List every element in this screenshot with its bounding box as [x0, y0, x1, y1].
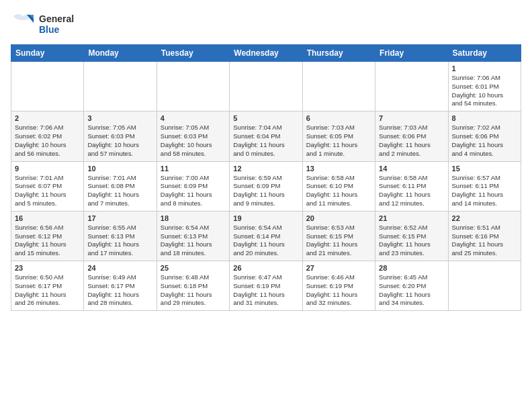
day-number: 1: [452, 64, 517, 73]
calendar-cell: 19Sunrise: 6:54 AM Sunset: 6:14 PM Dayli…: [230, 211, 302, 261]
day-info: Sunrise: 6:52 AM Sunset: 6:15 PM Dayligh…: [379, 224, 444, 258]
day-info: Sunrise: 6:54 AM Sunset: 6:14 PM Dayligh…: [233, 224, 298, 258]
calendar-cell: [448, 261, 521, 311]
day-info: Sunrise: 7:05 AM Sunset: 6:03 PM Dayligh…: [161, 124, 226, 158]
day-number: 4: [161, 114, 226, 122]
calendar-cell: 6Sunrise: 7:03 AM Sunset: 6:05 PM Daylig…: [302, 111, 375, 161]
day-info: Sunrise: 7:06 AM Sunset: 6:01 PM Dayligh…: [452, 74, 517, 108]
day-number: 6: [306, 114, 371, 122]
day-info: Sunrise: 6:57 AM Sunset: 6:11 PM Dayligh…: [452, 174, 517, 208]
calendar-cell: 2Sunrise: 7:06 AM Sunset: 6:02 PM Daylig…: [11, 111, 84, 161]
day-number: 7: [379, 114, 444, 122]
page: General Blue SundayMondayTuesdayWednesda…: [0, 0, 532, 318]
svg-rect-0: [11, 11, 35, 35]
calendar-cell: 17Sunrise: 6:55 AM Sunset: 6:13 PM Dayli…: [84, 211, 157, 261]
header-day-wednesday: Wednesday: [230, 45, 302, 62]
day-info: Sunrise: 6:58 AM Sunset: 6:11 PM Dayligh…: [379, 174, 444, 208]
calendar-table: SundayMondayTuesdayWednesdayThursdayFrid…: [11, 44, 521, 311]
calendar-cell: 13Sunrise: 6:58 AM Sunset: 6:10 PM Dayli…: [302, 161, 375, 211]
calendar-cell: [230, 62, 302, 111]
day-info: Sunrise: 7:01 AM Sunset: 6:08 PM Dayligh…: [87, 174, 152, 208]
day-info: Sunrise: 7:02 AM Sunset: 6:06 PM Dayligh…: [452, 124, 517, 158]
day-number: 21: [379, 214, 444, 222]
calendar-cell: 5Sunrise: 7:04 AM Sunset: 6:04 PM Daylig…: [230, 111, 302, 161]
header-day-tuesday: Tuesday: [157, 45, 229, 62]
day-info: Sunrise: 6:56 AM Sunset: 6:12 PM Dayligh…: [15, 224, 80, 258]
day-number: 15: [452, 165, 517, 173]
calendar-cell: 3Sunrise: 7:05 AM Sunset: 6:03 PM Daylig…: [84, 111, 157, 161]
day-number: 22: [452, 214, 517, 222]
calendar-cell: 7Sunrise: 7:03 AM Sunset: 6:06 PM Daylig…: [375, 111, 448, 161]
header-day-sunday: Sunday: [11, 45, 84, 62]
calendar-cell: 10Sunrise: 7:01 AM Sunset: 6:08 PM Dayli…: [84, 161, 157, 211]
calendar-cell: 9Sunrise: 7:01 AM Sunset: 6:07 PM Daylig…: [11, 161, 84, 211]
calendar-cell: [11, 62, 84, 111]
day-number: 26: [233, 264, 298, 272]
calendar-header: SundayMondayTuesdayWednesdayThursdayFrid…: [11, 45, 521, 62]
calendar-cell: 1Sunrise: 7:06 AM Sunset: 6:01 PM Daylig…: [448, 62, 521, 111]
calendar-cell: 27Sunrise: 6:46 AM Sunset: 6:19 PM Dayli…: [302, 261, 375, 311]
day-info: Sunrise: 7:03 AM Sunset: 6:06 PM Dayligh…: [379, 124, 444, 158]
day-info: Sunrise: 7:06 AM Sunset: 6:02 PM Dayligh…: [15, 124, 80, 158]
day-info: Sunrise: 6:55 AM Sunset: 6:13 PM Dayligh…: [87, 224, 152, 258]
week-row-2: 2Sunrise: 7:06 AM Sunset: 6:02 PM Daylig…: [11, 111, 521, 161]
header: General Blue: [11, 11, 521, 38]
day-number: 18: [161, 214, 226, 222]
day-number: 11: [161, 165, 226, 173]
header-day-monday: Monday: [84, 45, 157, 62]
day-number: 20: [306, 214, 371, 222]
calendar-cell: [157, 62, 229, 111]
calendar-cell: 14Sunrise: 6:58 AM Sunset: 6:11 PM Dayli…: [375, 161, 448, 211]
day-info: Sunrise: 6:59 AM Sunset: 6:09 PM Dayligh…: [233, 174, 298, 208]
week-row-4: 16Sunrise: 6:56 AM Sunset: 6:12 PM Dayli…: [11, 211, 521, 261]
calendar-cell: 18Sunrise: 6:54 AM Sunset: 6:13 PM Dayli…: [157, 211, 229, 261]
day-number: 12: [233, 165, 298, 173]
week-row-5: 23Sunrise: 6:50 AM Sunset: 6:17 PM Dayli…: [11, 261, 521, 311]
day-number: 16: [15, 214, 80, 222]
day-info: Sunrise: 6:54 AM Sunset: 6:13 PM Dayligh…: [161, 224, 226, 258]
calendar-body: 1Sunrise: 7:06 AM Sunset: 6:01 PM Daylig…: [11, 62, 521, 311]
header-day-saturday: Saturday: [448, 45, 521, 62]
calendar-cell: [84, 62, 157, 111]
calendar-cell: 28Sunrise: 6:45 AM Sunset: 6:20 PM Dayli…: [375, 261, 448, 311]
week-row-1: 1Sunrise: 7:06 AM Sunset: 6:01 PM Daylig…: [11, 62, 521, 111]
calendar-cell: 8Sunrise: 7:02 AM Sunset: 6:06 PM Daylig…: [448, 111, 521, 161]
day-number: 28: [379, 264, 444, 272]
calendar-cell: [375, 62, 448, 111]
day-info: Sunrise: 6:46 AM Sunset: 6:19 PM Dayligh…: [306, 273, 371, 308]
header-row: SundayMondayTuesdayWednesdayThursdayFrid…: [11, 45, 521, 62]
day-info: Sunrise: 6:49 AM Sunset: 6:17 PM Dayligh…: [87, 273, 152, 308]
logo-svg: [11, 11, 35, 38]
day-number: 10: [87, 165, 152, 173]
day-info: Sunrise: 7:05 AM Sunset: 6:03 PM Dayligh…: [87, 124, 152, 158]
day-info: Sunrise: 7:01 AM Sunset: 6:07 PM Dayligh…: [15, 174, 80, 208]
day-info: Sunrise: 6:53 AM Sunset: 6:15 PM Dayligh…: [306, 224, 371, 258]
day-number: 13: [306, 165, 371, 173]
day-number: 9: [15, 165, 80, 173]
day-info: Sunrise: 6:45 AM Sunset: 6:20 PM Dayligh…: [379, 273, 444, 308]
calendar-cell: [302, 62, 375, 111]
header-day-friday: Friday: [375, 45, 448, 62]
calendar-cell: 21Sunrise: 6:52 AM Sunset: 6:15 PM Dayli…: [375, 211, 448, 261]
calendar-cell: 26Sunrise: 6:47 AM Sunset: 6:19 PM Dayli…: [230, 261, 302, 311]
logo-words: General Blue: [39, 13, 74, 35]
calendar-cell: 16Sunrise: 6:56 AM Sunset: 6:12 PM Dayli…: [11, 211, 84, 261]
calendar-cell: 22Sunrise: 6:51 AM Sunset: 6:16 PM Dayli…: [448, 211, 521, 261]
header-day-thursday: Thursday: [302, 45, 375, 62]
day-number: 25: [161, 264, 226, 272]
day-number: 14: [379, 165, 444, 173]
day-info: Sunrise: 6:58 AM Sunset: 6:10 PM Dayligh…: [306, 174, 371, 208]
day-info: Sunrise: 7:00 AM Sunset: 6:09 PM Dayligh…: [161, 174, 226, 208]
calendar-cell: 4Sunrise: 7:05 AM Sunset: 6:03 PM Daylig…: [157, 111, 229, 161]
day-number: 24: [87, 264, 152, 272]
calendar-cell: 20Sunrise: 6:53 AM Sunset: 6:15 PM Dayli…: [302, 211, 375, 261]
logo: General Blue: [11, 11, 74, 38]
calendar-cell: 15Sunrise: 6:57 AM Sunset: 6:11 PM Dayli…: [448, 161, 521, 211]
day-number: 3: [87, 114, 152, 122]
day-number: 19: [233, 214, 298, 222]
calendar-cell: 11Sunrise: 7:00 AM Sunset: 6:09 PM Dayli…: [157, 161, 229, 211]
day-info: Sunrise: 6:50 AM Sunset: 6:17 PM Dayligh…: [15, 273, 80, 308]
calendar-cell: 25Sunrise: 6:48 AM Sunset: 6:18 PM Dayli…: [157, 261, 229, 311]
day-info: Sunrise: 6:48 AM Sunset: 6:18 PM Dayligh…: [161, 273, 226, 308]
day-number: 17: [87, 214, 152, 222]
